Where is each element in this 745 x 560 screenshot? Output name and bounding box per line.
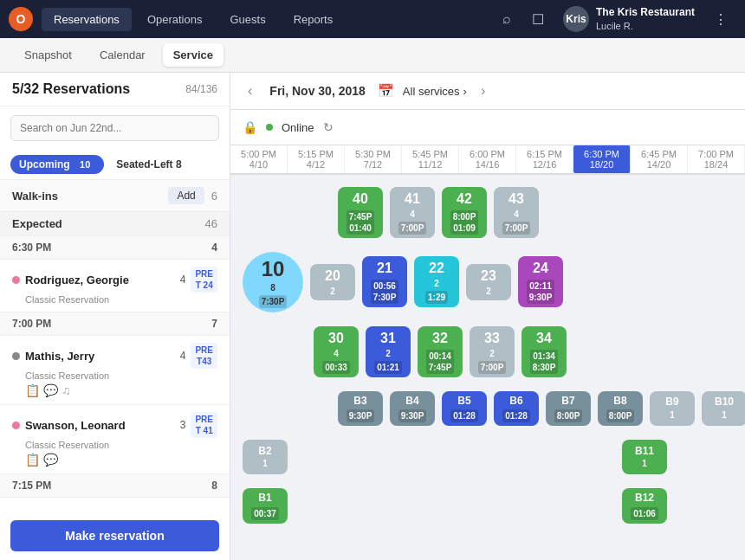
subnav-service[interactable]: Service [163, 43, 224, 67]
restaurant-name: The Kris Restaurant [596, 6, 695, 20]
table-item[interactable]: 428:00P01:09 [442, 187, 487, 238]
table-item[interactable]: B88:00P [598, 391, 643, 427]
res-badge: PRE T 24 [191, 267, 217, 293]
table-row-4: B39:30PB49:30PB501:28B601:28B78:00PB88:0… [338, 391, 745, 427]
res-type: Classic Reservation [25, 294, 217, 305]
floor-content: 407:45P01:404147:00P428:00P01:094347:00P… [230, 175, 745, 536]
nav-item-reports[interactable]: Reports [282, 8, 346, 31]
prev-arrow[interactable]: ‹ [243, 81, 257, 100]
timeline-col: 5:00 PM4/10 [230, 145, 288, 173]
table-row-5: B21B111 [243, 440, 667, 474]
service-selector[interactable]: All services › [403, 85, 467, 98]
refresh-icon[interactable]: ↻ [323, 120, 334, 134]
notification-icon[interactable]: ☐ [523, 6, 553, 33]
chevron-right-icon: › [463, 85, 467, 98]
table-item[interactable]: B91 [650, 391, 695, 426]
online-dot [266, 124, 273, 131]
table-b12[interactable]: B1201:06 [622, 488, 667, 524]
timeline-container: 5:00 PM4/105:15 PM4/125:30 PM7/125:45 PM… [230, 145, 745, 560]
search-box [10, 115, 219, 141]
date-display: Fri, Nov 30, 2018 [269, 84, 366, 98]
subnav-calendar[interactable]: Calendar [89, 43, 156, 67]
nav-item-reservations[interactable]: Reservations [42, 8, 132, 31]
table-item[interactable]: 2402:119:30P [518, 256, 563, 307]
res-dot-gray [12, 352, 20, 360]
tabs-row: Upcoming 10 Seated-Left 8 [0, 150, 230, 180]
res-type-mathis: Classic Reservation [25, 370, 217, 381]
table-item[interactable]: 202 [310, 264, 355, 300]
reservation-mathis[interactable]: Mathis, Jerry 4 PRE T43 Classic Reservat… [0, 336, 230, 405]
table-item[interactable]: B39:30P [338, 391, 383, 427]
nav-item-guests[interactable]: Guests [217, 8, 277, 31]
table-item[interactable]: 30400:33 [314, 326, 359, 377]
table-b11[interactable]: B111 [622, 440, 667, 474]
reservation-swanson[interactable]: Swanson, Leonard 3 PRE T 41 Classic Rese… [0, 405, 230, 474]
table-row-1: 407:45P01:404147:00P428:00P01:094347:00P [338, 187, 745, 238]
table-item[interactable]: 407:45P01:40 [338, 187, 383, 238]
res-icons-mathis: 📋 💬 ♫ [25, 383, 217, 397]
res-name: Rodriguez, Georgie [25, 274, 172, 286]
timeslot-715: 7:15 PM 8 [0, 474, 230, 498]
table-item[interactable]: 4147:00P [390, 187, 435, 238]
timeline-col: 7:00 PM18/24 [688, 145, 745, 173]
tab-upcoming[interactable]: Upcoming 10 [10, 155, 104, 174]
online-label: Online [282, 121, 314, 134]
table-b2[interactable]: B21 [243, 440, 288, 474]
table-b1[interactable]: B100:37 [243, 488, 288, 524]
table-item[interactable]: 2221:29 [414, 256, 459, 307]
timeline-col: 6:45 PM14/20 [631, 145, 688, 173]
add-walkin-button[interactable]: Add [168, 187, 204, 204]
res-icons-swanson: 📋 💬 [25, 453, 217, 467]
lock-icon: 🔒 [243, 120, 257, 134]
search-icon[interactable]: ⌕ [494, 6, 520, 32]
res-name-mathis: Mathis, Jerry [25, 350, 172, 363]
table-item[interactable]: B101 [702, 391, 745, 426]
table-item[interactable]: B601:28 [494, 391, 539, 427]
table-item[interactable]: 4347:00P [494, 187, 539, 238]
table-item[interactable]: 3401:348:30P [522, 326, 567, 377]
tab-seated-left[interactable]: Seated-Left 8 [116, 158, 181, 171]
res-dot-pink [12, 276, 20, 284]
res-party: 4 [180, 274, 186, 286]
nav-profile[interactable]: Kris The Kris Restaurant Lucile R. [556, 3, 702, 35]
sub-nav: Snapshot Calendar Service [0, 38, 745, 73]
nav-logo[interactable]: O [9, 7, 33, 31]
left-panel: 5/32 Reservations 84/136 Upcoming 10 Sea… [0, 73, 230, 560]
notes-icon: 📋 [25, 383, 40, 397]
res-badge-mathis: PRE T43 [191, 343, 217, 369]
right-panel-wrapper: ‹ Fri, Nov 30, 2018 📅 All services › › ▽… [230, 73, 745, 560]
make-reservation-button[interactable]: Make reservation [10, 520, 219, 551]
more-icon[interactable]: ⋮ [705, 6, 736, 33]
notes-icon2: 📋 [25, 453, 40, 467]
table-big-10[interactable]: 1087:30P [243, 252, 303, 312]
message-icon: 💬 [43, 383, 58, 397]
next-arrow[interactable]: › [476, 81, 490, 100]
table-item[interactable]: 31201:21 [366, 326, 411, 377]
timeline-col: 5:30 PM7/12 [345, 145, 402, 173]
search-input[interactable] [10, 115, 219, 141]
subnav-snapshot[interactable]: Snapshot [14, 43, 82, 67]
left-scroll: Walk-ins Add 6 Expected 46 6:30 PM 4 Rod… [0, 180, 230, 520]
table-row-3: 30400:3331201:213200:147:45P3327:00P3401… [314, 326, 745, 377]
table-item[interactable]: B49:30P [390, 391, 435, 427]
res-dot-pink2 [12, 422, 20, 429]
timeline-col: 6:15 PM12/16 [516, 145, 573, 173]
table-item[interactable]: 232 [466, 264, 511, 300]
table-item[interactable]: B78:00P [546, 391, 591, 427]
walkins-count: 6 [211, 190, 217, 203]
table-row-6: B100:37B1201:06 [243, 488, 667, 524]
table-item[interactable]: 3200:147:45P [418, 326, 463, 377]
music-icon: ♫ [62, 383, 71, 397]
timeline-col: 6:00 PM14/16 [459, 145, 516, 173]
table-item[interactable]: 2100:567:30P [362, 256, 407, 307]
user-name: Lucile R. [596, 20, 695, 32]
timeline-col: 5:45 PM11/12 [402, 145, 459, 173]
main-layout: 5/32 Reservations 84/136 Upcoming 10 Sea… [0, 73, 745, 560]
calendar-icon[interactable]: 📅 [378, 83, 394, 99]
panel-count: 84/136 [185, 83, 217, 95]
reservation-rodriguez[interactable]: Rodriguez, Georgie 4 PRE T 24 Classic Re… [0, 260, 230, 312]
table-item[interactable]: B501:28 [442, 391, 487, 427]
res-party-swanson: 3 [180, 419, 186, 431]
table-item[interactable]: 3327:00P [470, 326, 515, 377]
nav-item-operations[interactable]: Operations [135, 8, 215, 31]
